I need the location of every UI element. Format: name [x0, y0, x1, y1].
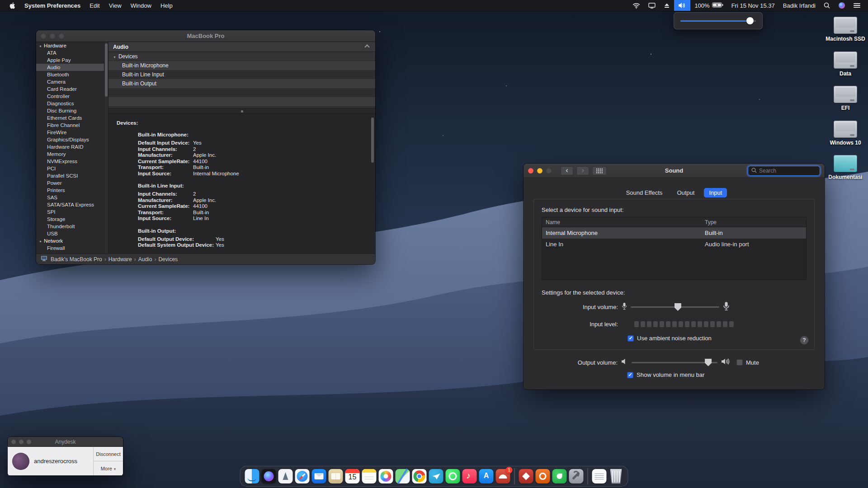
sidebar-item-camera[interactable]: Camera — [36, 78, 108, 85]
dock-icon-telegram[interactable] — [429, 469, 443, 483]
column-header-type[interactable]: Type — [705, 219, 806, 225]
help-button[interactable]: ? — [800, 336, 809, 345]
dock-icon-safari[interactable] — [295, 469, 310, 483]
breadcrumb-item-hardware[interactable]: Hardware — [108, 256, 132, 263]
device-row-built-in-output[interactable]: Built-in Output — [108, 79, 375, 88]
sidebar-item-parallel-scsi[interactable]: Parallel SCSI — [36, 172, 108, 179]
sidebar-item-hardware-raid[interactable]: Hardware RAID — [36, 143, 108, 150]
sysinfo-titlebar[interactable]: MacBook Pro — [36, 30, 375, 42]
details-scrollbar-thumb[interactable] — [371, 117, 374, 163]
sidebar-item-graphics-displays[interactable]: Graphics/Displays — [36, 136, 108, 143]
disconnect-button[interactable]: Disconnect — [94, 447, 123, 461]
sidebar-item-card-reader[interactable]: Card Reader — [36, 85, 108, 93]
dock-icon-trash[interactable] — [609, 469, 623, 483]
sidebar-item-locations[interactable]: Locations — [36, 252, 108, 253]
sidebar-item-fibre-channel[interactable]: Fibre Channel — [36, 122, 108, 129]
dock-icon-app-orange[interactable] — [536, 469, 550, 483]
more-button[interactable]: More — [94, 461, 123, 475]
sidebar-item-bluetooth[interactable]: Bluetooth — [36, 71, 108, 78]
input-volume-knob[interactable] — [675, 303, 681, 311]
menu-clock[interactable]: Fri 15 Nov 15.37 — [727, 0, 779, 11]
menu-user[interactable]: Badik Irfandi — [779, 0, 820, 11]
dock-icon-notes[interactable] — [362, 469, 377, 483]
breadcrumb-item-badik-s-macbook-pro[interactable]: Badik's MacBook Pro — [51, 256, 102, 263]
breadcrumb-item-devices[interactable]: Devices — [158, 256, 178, 263]
sidebar-item-pci[interactable]: PCI — [36, 165, 108, 172]
output-volume-slider[interactable] — [632, 359, 717, 366]
sidebar-item-ethernet-cards[interactable]: Ethernet Cards — [36, 114, 108, 122]
dock-icon-books[interactable] — [329, 469, 343, 483]
sidebar-item-usb[interactable]: USB — [36, 230, 108, 237]
devices-group-row[interactable]: Devices — [108, 52, 375, 61]
menu-view[interactable]: View — [104, 0, 126, 11]
volume-slider[interactable] — [680, 17, 756, 24]
input-volume-slider[interactable] — [631, 303, 719, 311]
menu-edit[interactable]: Edit — [85, 0, 104, 11]
volume-menu-icon[interactable] — [674, 0, 690, 11]
tab-input[interactable]: Input — [704, 188, 727, 197]
dock-icon-calendar[interactable]: 15 — [345, 469, 360, 483]
sidebar-item-thunderbolt[interactable]: Thunderbolt — [36, 223, 108, 230]
sidebar-item-firewall[interactable]: Firewall — [36, 244, 108, 252]
tab-sound-effects[interactable]: Sound Effects — [621, 188, 668, 197]
sidebar-item-memory[interactable]: Memory — [36, 150, 108, 158]
apple-menu-icon[interactable] — [6, 0, 20, 11]
sidebar-scrollbar-thumb[interactable] — [105, 43, 108, 97]
desktop-icon-dokumentasi[interactable]: Dokumentasi — [825, 155, 866, 180]
sidebar-item-nvmexpress[interactable]: NVMExpress — [36, 158, 108, 165]
menu-app-name[interactable]: System Preferences — [20, 0, 85, 11]
sidebar-section-hardware[interactable]: Hardware — [36, 42, 108, 49]
disclosure-triangle-icon[interactable] — [113, 53, 116, 60]
dock-icon-music[interactable] — [462, 469, 477, 483]
siri-icon[interactable] — [834, 0, 849, 11]
sound-titlebar[interactable]: Sound — [524, 164, 825, 178]
dock-icon-app-store[interactable] — [479, 469, 494, 483]
device-table-row-line-in[interactable]: Line InAudio line-in port — [542, 239, 806, 250]
sidebar-item-storage[interactable]: Storage — [36, 216, 108, 223]
battery-menu-item[interactable]: 100% — [690, 0, 727, 11]
sidebar-section-network[interactable]: Network — [36, 237, 108, 244]
mute-checkbox[interactable] — [736, 359, 743, 366]
dock-icon-app-green[interactable] — [552, 469, 567, 483]
sidebar-item-diagnostics[interactable]: Diagnostics — [36, 100, 108, 107]
volume-slider-knob[interactable] — [746, 17, 754, 24]
sidebar-scrollbar[interactable] — [104, 42, 108, 253]
dock-icon-siri[interactable] — [262, 469, 276, 483]
pane-splitter[interactable] — [108, 108, 375, 114]
device-row-built-in-line-input[interactable]: Built-in Line Input — [108, 70, 375, 79]
details-scrollbar[interactable] — [370, 114, 375, 253]
sidebar-item-printers[interactable]: Printers — [36, 187, 108, 194]
dock-icon-wrench[interactable] — [569, 469, 584, 483]
ambient-noise-checkbox[interactable] — [627, 335, 634, 342]
sidebar-item-disc-burning[interactable]: Disc Burning — [36, 107, 108, 114]
desktop-icon-macintosh-ssd[interactable]: Macintosh SSD — [825, 17, 866, 42]
menu-help[interactable]: Help — [156, 0, 177, 11]
dock-icon-photos[interactable] — [379, 469, 393, 483]
sidebar-item-controller[interactable]: Controller — [36, 93, 108, 100]
menu-window[interactable]: Window — [126, 0, 156, 11]
collapse-chevron-icon[interactable] — [364, 44, 369, 49]
search-field[interactable] — [748, 166, 820, 176]
wifi-icon[interactable] — [628, 0, 644, 11]
show-volume-checkbox[interactable] — [627, 372, 633, 378]
sidebar-item-ata[interactable]: ATA — [36, 49, 108, 56]
dock-icon-textedit[interactable] — [592, 469, 607, 483]
dock-icon-launchpad[interactable] — [278, 469, 293, 483]
breadcrumb-item-audio[interactable]: Audio — [138, 256, 152, 263]
dock-icon-finder[interactable] — [245, 469, 259, 483]
spotlight-icon[interactable] — [820, 0, 834, 11]
display-status-icon[interactable] — [644, 0, 660, 11]
sidebar-item-spi[interactable]: SPI — [36, 208, 108, 216]
search-input[interactable] — [759, 168, 816, 174]
sidebar-item-apple-pay[interactable]: Apple Pay — [36, 56, 108, 64]
device-table-row-internal-microphone[interactable]: Internal MicrophoneBuilt-in — [542, 227, 806, 239]
dock-icon-app-red[interactable] — [519, 469, 533, 483]
notification-center-icon[interactable] — [849, 0, 864, 11]
sidebar-item-audio[interactable]: Audio — [36, 64, 108, 71]
desktop-icon-windows-10[interactable]: Windows 10 — [825, 121, 866, 146]
anydesk-titlebar[interactable]: Anydesk — [8, 437, 123, 447]
desktop-icon-efi[interactable]: EFI — [825, 86, 866, 111]
output-volume-knob[interactable] — [705, 359, 712, 366]
tab-output[interactable]: Output — [672, 188, 699, 197]
desktop-icon-data[interactable]: Data — [825, 52, 866, 77]
